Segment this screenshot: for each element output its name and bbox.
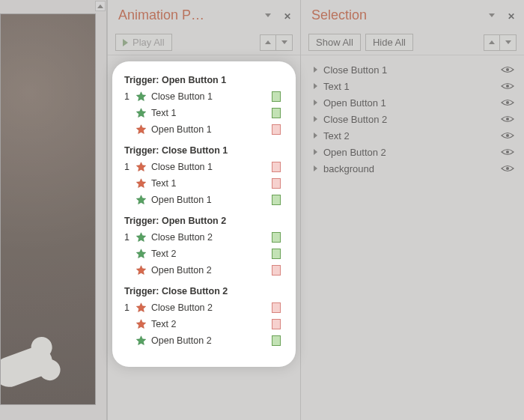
animation-item-label: Open Button 2 <box>151 335 272 346</box>
duration-swatch <box>272 319 281 329</box>
play-all-label: Play All <box>132 37 165 48</box>
expand-toggle[interactable] <box>310 165 320 171</box>
star-icon <box>135 302 147 314</box>
show-all-button[interactable]: Show All <box>308 34 361 51</box>
star-icon <box>135 194 147 206</box>
bring-forward-button[interactable] <box>484 34 500 51</box>
selection-item[interactable]: Open Button 1 <box>310 94 515 111</box>
duration-swatch <box>272 195 281 205</box>
expand-toggle[interactable] <box>310 149 320 155</box>
chevron-up-icon <box>265 40 271 44</box>
visibility-toggle[interactable] <box>500 132 515 139</box>
animation-item[interactable]: Open Button 1 <box>121 121 287 138</box>
duration-swatch <box>272 108 281 118</box>
svg-point-5 <box>506 150 509 153</box>
duration-swatch <box>272 335 281 346</box>
hide-all-button[interactable]: Hide All <box>365 34 413 51</box>
chevron-up-icon <box>489 40 495 44</box>
animation-item-label: Close Button 2 <box>151 302 272 313</box>
selection-item[interactable]: Text 1 <box>310 78 515 94</box>
show-all-label: Show All <box>316 37 353 48</box>
selection-item-label: background <box>323 163 500 174</box>
trigger-title: Trigger: Close Button 1 <box>124 145 287 156</box>
expand-toggle[interactable] <box>310 100 320 106</box>
move-down-button[interactable] <box>276 34 293 51</box>
animation-item-label: Text 2 <box>151 249 272 259</box>
animation-item[interactable]: 1Close Button 1 <box>121 88 287 105</box>
selection-item-label: Open Button 1 <box>323 97 500 109</box>
visibility-toggle[interactable] <box>500 148 515 156</box>
visibility-toggle[interactable] <box>500 66 515 73</box>
animation-item[interactable]: Open Button 2 <box>121 332 287 349</box>
selection-pane-header: Selection <box>301 0 524 30</box>
animation-item-label: Close Button 2 <box>151 232 272 243</box>
trigger-block: Trigger: Open Button 11Close Button 1Tex… <box>121 75 287 138</box>
selection-item-label: Close Button 1 <box>323 64 500 76</box>
visibility-toggle[interactable] <box>500 82 515 90</box>
selection-item[interactable]: Open Button 2 <box>310 144 515 160</box>
expand-toggle[interactable] <box>310 67 320 73</box>
expand-toggle[interactable] <box>310 83 320 89</box>
star-icon <box>135 124 147 136</box>
trigger-block: Trigger: Close Button 21Close Button 2Te… <box>121 286 287 349</box>
duration-swatch <box>272 232 281 243</box>
animation-item-label: Close Button 1 <box>151 162 272 172</box>
trigger-title: Trigger: Open Button 2 <box>124 216 287 226</box>
animation-item[interactable]: Open Button 2 <box>121 262 287 279</box>
expand-toggle[interactable] <box>310 116 320 122</box>
animation-item[interactable]: 1Close Button 2 <box>121 229 287 246</box>
send-backward-button[interactable] <box>500 34 517 51</box>
selection-pane: Selection Show All Hide All Close Button… <box>300 0 524 420</box>
pane-options-dropdown[interactable] <box>487 10 497 20</box>
chevron-down-icon <box>505 40 511 44</box>
duration-swatch <box>272 249 281 259</box>
animation-item[interactable]: Open Button 1 <box>121 192 287 208</box>
animation-item[interactable]: Text 2 <box>121 246 287 262</box>
expand-toggle[interactable] <box>310 133 320 139</box>
selection-item-label: Text 1 <box>323 81 500 92</box>
chevron-right-icon <box>314 133 317 139</box>
star-icon <box>135 177 147 189</box>
selection-toolbar: Show All Hide All <box>301 30 524 55</box>
play-icon <box>123 39 128 46</box>
svg-point-2 <box>506 101 509 104</box>
chevron-down-icon <box>265 13 271 17</box>
chevron-right-icon <box>314 116 317 122</box>
visibility-toggle[interactable] <box>500 99 515 106</box>
selection-item[interactable]: Text 2 <box>310 127 515 144</box>
animation-item-label: Open Button 1 <box>151 195 272 205</box>
animation-sequence-number: 1 <box>124 302 135 313</box>
chevron-right-icon <box>314 67 317 73</box>
play-all-button[interactable]: Play All <box>115 34 172 51</box>
selection-item[interactable]: Close Button 1 <box>310 61 515 78</box>
close-selection-pane[interactable] <box>506 10 517 20</box>
animation-item[interactable]: 1Close Button 2 <box>121 299 287 316</box>
move-up-button[interactable] <box>260 34 276 51</box>
animation-item-label: Text 2 <box>151 319 272 329</box>
animation-sequence-number: 1 <box>124 162 135 172</box>
selection-item-label: Open Button 2 <box>323 147 500 158</box>
animation-item-label: Text 1 <box>151 178 272 189</box>
close-animation-pane[interactable] <box>282 10 293 20</box>
animation-item[interactable]: Text 1 <box>121 105 287 121</box>
slide-thumbnail[interactable] <box>0 13 96 405</box>
visibility-toggle[interactable] <box>500 165 515 172</box>
duration-swatch <box>272 91 281 102</box>
thumbnail-scroll-up[interactable] <box>95 1 106 11</box>
star-icon <box>135 107 147 119</box>
chevron-right-icon <box>314 165 317 171</box>
trigger-block: Trigger: Close Button 11Close Button 1Te… <box>121 145 287 208</box>
animation-item[interactable]: 1Close Button 1 <box>121 159 287 175</box>
selection-item[interactable]: background <box>310 160 515 177</box>
animation-item[interactable]: Text 1 <box>121 175 287 192</box>
pane-options-dropdown[interactable] <box>263 10 273 20</box>
svg-point-6 <box>506 167 509 170</box>
svg-point-0 <box>506 68 509 71</box>
svg-point-3 <box>506 118 509 121</box>
animation-item[interactable]: Text 2 <box>121 316 287 332</box>
selection-item[interactable]: Close Button 2 <box>310 111 515 127</box>
visibility-toggle[interactable] <box>500 115 515 123</box>
trigger-block: Trigger: Open Button 21Close Button 2Tex… <box>121 216 287 279</box>
star-icon <box>135 335 147 347</box>
duration-swatch <box>272 178 281 189</box>
